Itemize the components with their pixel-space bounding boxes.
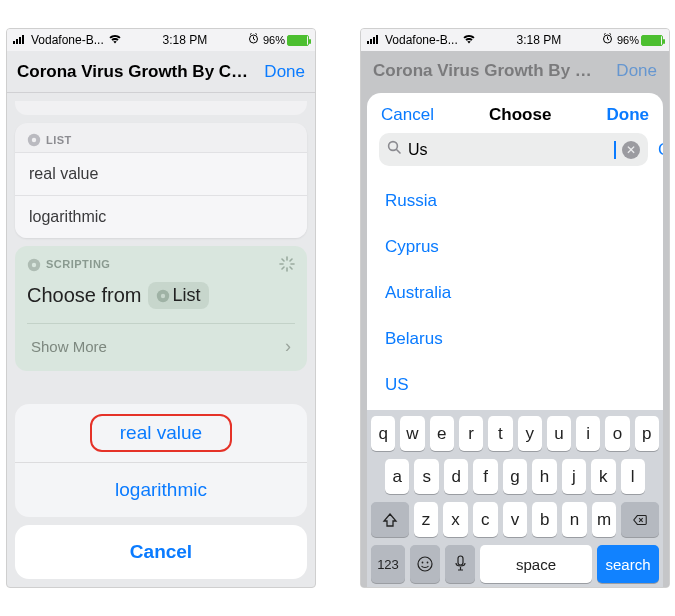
- clock-label: 3:18 PM: [517, 33, 562, 47]
- svg-point-6: [32, 138, 36, 142]
- key-a[interactable]: a: [385, 459, 409, 494]
- scripting-card: SCRIPTING Choose from List Show More ›: [15, 246, 307, 371]
- key-r[interactable]: r: [459, 416, 483, 451]
- key-l[interactable]: l: [621, 459, 645, 494]
- result-item[interactable]: Cyprus: [367, 224, 663, 270]
- list-item[interactable]: logarithmic: [15, 195, 307, 238]
- page-title: Corona Virus Growth By Cou...: [17, 62, 258, 82]
- svg-line-13: [282, 259, 284, 261]
- battery-icon: [287, 35, 309, 46]
- key-w[interactable]: w: [400, 416, 424, 451]
- kb-row-3: z x c v b n m: [371, 502, 659, 537]
- key-q[interactable]: q: [371, 416, 395, 451]
- modal-title: Choose: [489, 105, 551, 125]
- key-n[interactable]: n: [562, 502, 587, 537]
- key-m[interactable]: m: [592, 502, 617, 537]
- done-button[interactable]: Done: [264, 62, 305, 82]
- sheet-option[interactable]: logarithmic: [15, 462, 307, 517]
- key-u[interactable]: u: [547, 416, 571, 451]
- svg-point-18: [160, 294, 164, 298]
- svg-point-8: [32, 262, 36, 266]
- carrier-label: Vodafone-B...: [385, 33, 458, 47]
- svg-rect-2: [19, 37, 21, 44]
- results-list: Russia Cyprus Australia Belarus US: [367, 174, 663, 410]
- list-item[interactable]: real value: [15, 152, 307, 195]
- clear-icon[interactable]: ✕: [622, 141, 640, 159]
- key-b[interactable]: b: [532, 502, 557, 537]
- key-t[interactable]: t: [488, 416, 512, 451]
- mic-key[interactable]: [445, 545, 475, 583]
- key-i[interactable]: i: [576, 416, 600, 451]
- kb-row-1: q w e r t y u i o p: [371, 416, 659, 451]
- shift-key[interactable]: [371, 502, 409, 537]
- alarm-icon: [602, 33, 613, 47]
- scripting-heading: SCRIPTING: [46, 258, 110, 270]
- choose-from-line: Choose from List: [27, 272, 295, 323]
- sheet-cancel-button[interactable]: Cancel: [15, 525, 307, 579]
- svg-point-26: [418, 557, 432, 571]
- gear-icon: [156, 289, 169, 302]
- choose-pill[interactable]: List: [148, 282, 209, 309]
- sheet-option-label: real value: [120, 422, 202, 443]
- key-p[interactable]: p: [635, 416, 659, 451]
- result-item[interactable]: Russia: [367, 178, 663, 224]
- search-cancel-button[interactable]: Cancel: [658, 140, 663, 160]
- key-z[interactable]: z: [414, 502, 439, 537]
- search-box[interactable]: ✕: [379, 133, 648, 166]
- result-item[interactable]: Australia: [367, 270, 663, 316]
- show-more-label: Show More: [31, 338, 107, 355]
- key-v[interactable]: v: [503, 502, 528, 537]
- key-h[interactable]: h: [532, 459, 556, 494]
- sheet-option-label: logarithmic: [115, 479, 207, 500]
- svg-rect-20: [370, 39, 372, 44]
- svg-point-27: [422, 562, 424, 564]
- battery-pct: 96%: [263, 34, 285, 46]
- key-g[interactable]: g: [503, 459, 527, 494]
- battery-pct: 96%: [617, 34, 639, 46]
- backspace-key[interactable]: [621, 502, 659, 537]
- space-key[interactable]: space: [480, 545, 592, 583]
- modal-done-button[interactable]: Done: [606, 105, 649, 125]
- alarm-icon: [248, 33, 259, 47]
- battery-icon: [641, 35, 663, 46]
- card-peek: [15, 101, 307, 115]
- carrier-label: Vodafone-B...: [31, 33, 104, 47]
- svg-rect-21: [373, 37, 375, 44]
- search-key[interactable]: search: [597, 545, 659, 583]
- clock-label: 3:18 PM: [163, 33, 208, 47]
- emoji-key[interactable]: [410, 545, 440, 583]
- result-item[interactable]: Belarus: [367, 316, 663, 362]
- key-o[interactable]: o: [605, 416, 629, 451]
- svg-rect-19: [367, 41, 369, 44]
- key-c[interactable]: c: [473, 502, 498, 537]
- key-s[interactable]: s: [414, 459, 438, 494]
- search-input[interactable]: [408, 141, 608, 159]
- choose-prefix: Choose from: [27, 284, 142, 307]
- gear-icon: [27, 258, 40, 271]
- choose-pill-label: List: [173, 285, 201, 306]
- kb-row-2: a s d f g h j k l: [371, 459, 659, 494]
- list-card: LIST real value logarithmic: [15, 123, 307, 238]
- keyboard: q w e r t y u i o p a s d f g h j k l: [367, 410, 663, 587]
- gear-icon: [27, 133, 40, 146]
- numbers-key[interactable]: 123: [371, 545, 405, 583]
- list-heading: LIST: [46, 134, 72, 146]
- svg-line-15: [282, 267, 284, 269]
- key-k[interactable]: k: [591, 459, 615, 494]
- sheet-option-highlighted[interactable]: real value: [15, 404, 307, 462]
- modal-cancel-button[interactable]: Cancel: [381, 105, 434, 125]
- nav-bar: Corona Virus Growth By Cou... Done: [7, 51, 315, 93]
- key-e[interactable]: e: [430, 416, 454, 451]
- key-x[interactable]: x: [443, 502, 468, 537]
- modal-nav: Cancel Choose Done: [367, 93, 663, 133]
- key-y[interactable]: y: [518, 416, 542, 451]
- key-d[interactable]: d: [444, 459, 468, 494]
- result-item[interactable]: US: [367, 362, 663, 408]
- wifi-icon: [462, 33, 476, 47]
- search-icon: [387, 140, 402, 159]
- key-f[interactable]: f: [473, 459, 497, 494]
- show-more-row[interactable]: Show More ›: [27, 323, 295, 371]
- key-j[interactable]: j: [562, 459, 586, 494]
- action-sheet: real value logarithmic Cancel: [7, 404, 315, 587]
- svg-rect-3: [22, 35, 24, 44]
